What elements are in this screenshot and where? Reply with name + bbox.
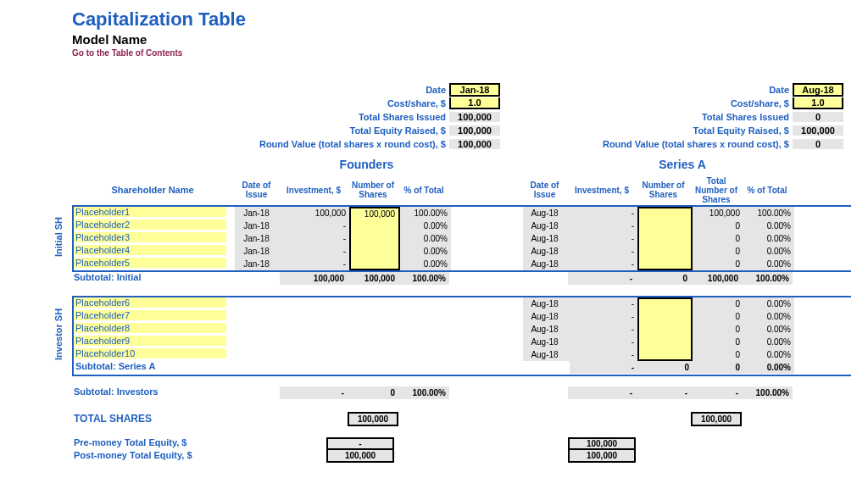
subtotal-initial-label: Subtotal: Initial — [72, 272, 233, 282]
cell-shares[interactable] — [637, 297, 693, 310]
cell-shares[interactable] — [637, 207, 693, 219]
seriesa-equity: 100,000 — [793, 125, 843, 136]
cell-investment: - — [570, 348, 637, 361]
total-shares-label: TOTAL SHARES — [72, 413, 233, 425]
cell-investment: - — [570, 323, 637, 336]
founders-title: Founders — [233, 158, 500, 171]
investor-sh-label: Investor SH — [53, 296, 64, 373]
total-shares-a: 100,000 — [691, 412, 742, 426]
subtotal-initial-atotal: 100,000 — [691, 272, 742, 285]
shareholder-name[interactable]: Placeholder3 — [74, 232, 226, 242]
subtotal-seriesa-ainv: - — [570, 361, 637, 374]
label-shares: Total Shares Issued — [233, 112, 449, 122]
cell-pct: 0.00% — [743, 297, 794, 310]
subtotal-investors-fpct: 100.00% — [398, 386, 449, 399]
shareholder-name[interactable]: Placeholder4 — [74, 245, 226, 255]
col-inv-f: Investment, $ — [280, 175, 348, 205]
seriesa-cost[interactable]: 1.0 — [793, 97, 843, 109]
founders-roundvalue: 100,000 — [449, 139, 500, 149]
shareholder-name[interactable]: Placeholder5 — [74, 258, 226, 268]
cell-date: Jan-18 — [235, 219, 281, 232]
subtotal-initial-fnum: 100,000 — [348, 272, 398, 285]
cell-date: Aug-18 — [523, 348, 570, 361]
cell-pct: 0.00% — [400, 232, 451, 245]
cell-investment: - — [281, 245, 349, 258]
cell-shares[interactable] — [637, 232, 693, 245]
subtotal-investors-ainv: - — [568, 386, 636, 399]
post-money-f: 100,000 — [326, 450, 394, 463]
cell-shares[interactable] — [637, 348, 693, 361]
cell-date: Aug-18 — [523, 245, 570, 258]
shareholder-name[interactable]: Placeholder10 — [74, 348, 226, 358]
shareholder-name[interactable]: Placeholder6 — [74, 297, 226, 308]
toc-link[interactable]: Go to the Table of Contents — [72, 48, 851, 58]
initial-sh-label: Initial SH — [53, 205, 64, 269]
cell-shares[interactable] — [349, 232, 400, 245]
subtotal-investors-finv: - — [280, 386, 348, 399]
cell-shares[interactable] — [349, 245, 400, 258]
cell-shares[interactable] — [637, 245, 693, 258]
subtotal-investors-label: Subtotal: Investors — [72, 386, 233, 397]
col-total-a: Total Number of Shares — [691, 175, 742, 205]
cell-investment: - — [281, 219, 349, 232]
founders-cost[interactable]: 1.0 — [449, 97, 500, 109]
subtotal-seriesa-label: Subtotal: Series A — [74, 361, 235, 371]
shareholder-name[interactable]: Placeholder9 — [74, 336, 226, 346]
cell-date: Aug-18 — [523, 310, 570, 323]
cell-investment: - — [281, 258, 349, 270]
cell-investment: - — [570, 245, 637, 258]
table-row: Placeholder7 Aug-18 - 0 0.00% — [74, 310, 851, 323]
shareholder-name[interactable]: Placeholder8 — [74, 323, 226, 333]
table-row: Placeholder2 Jan-18 - 0.00% Aug-18 - 0 0… — [74, 219, 851, 232]
col-date-f: Date of Issue — [233, 175, 280, 205]
cell-investment: - — [570, 219, 637, 232]
cell-pct: 0.00% — [400, 219, 451, 232]
label-cost: Cost/share, $ — [233, 98, 449, 108]
founders-date[interactable]: Jan-18 — [449, 83, 500, 97]
cell-shares[interactable] — [349, 258, 400, 270]
cell-investment: - — [281, 232, 349, 245]
cell-date: Aug-18 — [523, 297, 570, 310]
subtotal-investors-atotal: - — [691, 386, 742, 399]
cell-total-shares: 0 — [693, 336, 743, 348]
subtotal-investors-fnum: 0 — [348, 386, 398, 399]
table-row: Placeholder10 Aug-18 - 0 0.00% — [74, 348, 851, 361]
total-shares-f: 100,000 — [348, 412, 398, 426]
founders-shares: 100,000 — [449, 112, 500, 122]
cell-total-shares: 100,000 — [693, 207, 743, 219]
cell-shares[interactable]: 100,000 — [349, 207, 400, 219]
cell-pct: 0.00% — [743, 258, 794, 270]
label-shares-a: Total Shares Issued — [521, 112, 793, 122]
cell-total-shares: 0 — [693, 323, 743, 336]
cell-shares[interactable] — [349, 219, 400, 232]
pre-money-a: 100,000 — [568, 437, 636, 450]
table-row: Placeholder9 Aug-18 - 0 0.00% — [74, 336, 851, 348]
shareholder-name[interactable]: Placeholder2 — [74, 219, 226, 230]
cell-shares[interactable] — [637, 219, 693, 232]
label-roundvalue: Round Value (total shares x round cost),… — [233, 139, 449, 149]
shareholder-name[interactable]: Placeholder7 — [74, 310, 226, 320]
cell-date: Aug-18 — [523, 207, 570, 219]
cell-shares[interactable] — [637, 258, 693, 270]
cell-investment: 100,000 — [281, 207, 349, 219]
cell-total-shares: 0 — [693, 258, 743, 270]
label-date-a: Date — [521, 85, 793, 95]
seriesa-date[interactable]: Aug-18 — [793, 83, 843, 97]
post-money-label: Post-money Total Equity, $ — [72, 450, 280, 460]
page-title: Capitalization Table — [72, 8, 851, 31]
shareholder-name[interactable]: Placeholder1 — [74, 207, 226, 217]
cell-total-shares: 0 — [693, 219, 743, 232]
cell-pct: 0.00% — [743, 310, 794, 323]
table-row: Placeholder5 Jan-18 - 0.00% Aug-18 - 0 0… — [74, 258, 851, 270]
cell-shares[interactable] — [637, 310, 693, 323]
cell-shares[interactable] — [637, 336, 693, 348]
cell-date: Aug-18 — [523, 232, 570, 245]
cell-investment: - — [570, 297, 637, 310]
seriesa-title: Series A — [521, 158, 843, 171]
label-roundvalue-a: Round Value (total shares x round cost),… — [521, 139, 793, 149]
cell-shares[interactable] — [637, 323, 693, 336]
cell-total-shares: 0 — [693, 245, 743, 258]
col-num-a: Number of Shares — [636, 175, 691, 205]
cell-pct: 0.00% — [743, 219, 794, 232]
cell-date: Jan-18 — [235, 207, 281, 219]
